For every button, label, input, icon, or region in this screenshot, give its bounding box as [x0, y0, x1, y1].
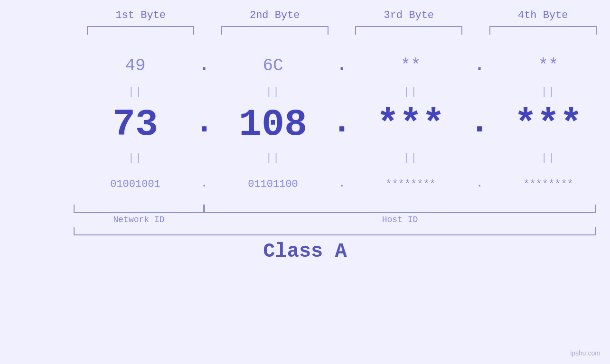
- byte2-header: 2nd Byte: [208, 9, 342, 21]
- eq2-b2-sign: ||: [266, 152, 280, 164]
- eq1-b1-sign: ||: [128, 86, 142, 98]
- network-bottom-bracket: [74, 205, 204, 213]
- bin-b3-value: ********: [385, 178, 436, 190]
- bracket-line-2: [221, 26, 328, 35]
- dec-dot3: .: [472, 105, 487, 144]
- hex-b3: **: [349, 56, 472, 75]
- byte3-header: 3rd Byte: [342, 9, 476, 21]
- bracket-cell-2: [208, 26, 342, 35]
- eq2-b1-sign: ||: [128, 152, 142, 164]
- bin-row: 2 BIN 01001001 . 01101100 . ******** . *…: [0, 168, 610, 201]
- hex-b2-value: 6C: [263, 56, 283, 75]
- bracket-line-4: [489, 26, 597, 35]
- hex-row: 16 HEX 49 . 6C . ** . **: [0, 49, 610, 82]
- eq1-b4-sign: ||: [541, 86, 555, 98]
- bin-b2: 01101100: [211, 178, 335, 190]
- byte1-header: 1st Byte: [74, 9, 208, 21]
- eq1-b3-sign: ||: [404, 86, 418, 98]
- eq1-b2-sign: ||: [266, 86, 280, 98]
- network-id-label: Network ID: [74, 213, 204, 224]
- eq2-b3: ||: [349, 152, 472, 164]
- dec-b3: ***: [349, 106, 472, 144]
- host-id-label: Host ID: [204, 213, 596, 224]
- eq2-b4: ||: [487, 152, 610, 164]
- bracket-cell-4: [476, 26, 610, 35]
- bracket-cell-3: [342, 26, 476, 35]
- top-brackets: [0, 26, 610, 35]
- dec-dot2: .: [335, 105, 349, 144]
- hex-dot3: .: [472, 57, 487, 74]
- bracket-cell-1: [74, 26, 208, 35]
- bin-b2-value: 01101100: [248, 178, 298, 190]
- class-a-text: Class A: [263, 240, 347, 263]
- hex-b4-value: **: [538, 56, 558, 75]
- bin-b1: 01001001: [74, 178, 197, 190]
- equals-row-2: || || || ||: [0, 149, 610, 168]
- dec-b1-value: 73: [113, 106, 158, 144]
- bracket-line-3: [355, 26, 462, 35]
- eq1-b2: ||: [211, 86, 335, 98]
- byte4-header: 4th Byte: [476, 9, 610, 21]
- hex-b2: 6C: [211, 56, 335, 75]
- eq2-b1: ||: [74, 152, 197, 164]
- dec-b4: ***: [487, 106, 610, 144]
- dec-dot1: .: [197, 105, 211, 144]
- bracket-line-1: [87, 26, 194, 35]
- eq2-b2: ||: [211, 152, 335, 164]
- wide-bottom-bracket: [74, 227, 596, 235]
- bin-b4-value: ********: [523, 178, 573, 190]
- hex-b4: **: [487, 56, 610, 75]
- hex-b1-value: 49: [125, 56, 145, 75]
- hex-dot2: .: [335, 57, 349, 74]
- eq1-b4: ||: [487, 86, 610, 98]
- hex-b3-value: **: [400, 56, 421, 75]
- class-a-row: Class A: [0, 240, 610, 263]
- bottom-brackets-container: [0, 205, 610, 213]
- eq1-b3: ||: [349, 86, 472, 98]
- dec-b2: 108: [211, 106, 335, 144]
- host-bottom-bracket: [204, 205, 596, 213]
- bin-b3: ********: [349, 178, 472, 190]
- dec-b1: 73: [74, 106, 197, 144]
- main-container: 1st Byte 2nd Byte 3rd Byte 4th Byte 16 H…: [0, 0, 610, 364]
- eq2-b3-sign: ||: [404, 152, 418, 164]
- wide-bracket-container: [0, 227, 610, 235]
- hex-dot1: .: [197, 57, 211, 74]
- bin-b4: ********: [487, 178, 610, 190]
- bin-b1-value: 01001001: [110, 178, 160, 190]
- eq2-b4-sign: ||: [541, 152, 555, 164]
- dec-b3-value: ***: [376, 106, 445, 144]
- dec-b2-value: 108: [239, 106, 307, 144]
- bin-dot2: .: [335, 179, 349, 189]
- dec-b4-value: ***: [514, 106, 582, 144]
- hex-b1: 49: [74, 56, 197, 75]
- bin-dot3: .: [472, 179, 487, 189]
- id-labels-row: Network ID Host ID: [0, 213, 610, 224]
- eq1-b1: ||: [74, 86, 197, 98]
- dec-row: 10 DEC 73 . 108 . *** . ***: [0, 101, 610, 149]
- byte-headers: 1st Byte 2nd Byte 3rd Byte 4th Byte: [0, 0, 610, 21]
- watermark: ipshu.com: [570, 349, 601, 357]
- equals-row-1: || || || ||: [0, 82, 610, 101]
- bin-dot1: .: [197, 179, 211, 189]
